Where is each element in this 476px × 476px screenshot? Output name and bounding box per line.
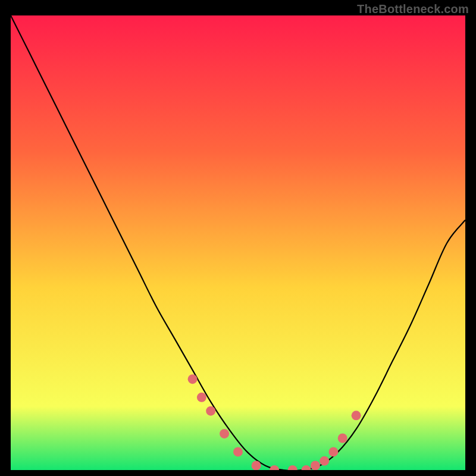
highlight-marker <box>206 406 215 416</box>
highlight-marker <box>188 374 198 384</box>
highlight-marker <box>320 456 329 466</box>
highlight-marker <box>233 447 243 456</box>
bottleneck-chart <box>11 15 465 470</box>
highlight-marker <box>311 461 320 470</box>
gradient-background <box>11 15 465 470</box>
watermark-text: TheBottleneck.com <box>357 2 469 16</box>
highlight-marker <box>352 411 361 420</box>
highlight-marker <box>338 434 347 443</box>
highlight-marker <box>328 447 338 456</box>
highlight-marker <box>252 461 261 470</box>
highlight-marker <box>197 393 206 402</box>
chart-stage: TheBottleneck.com <box>0 0 476 476</box>
highlight-marker <box>220 429 229 439</box>
